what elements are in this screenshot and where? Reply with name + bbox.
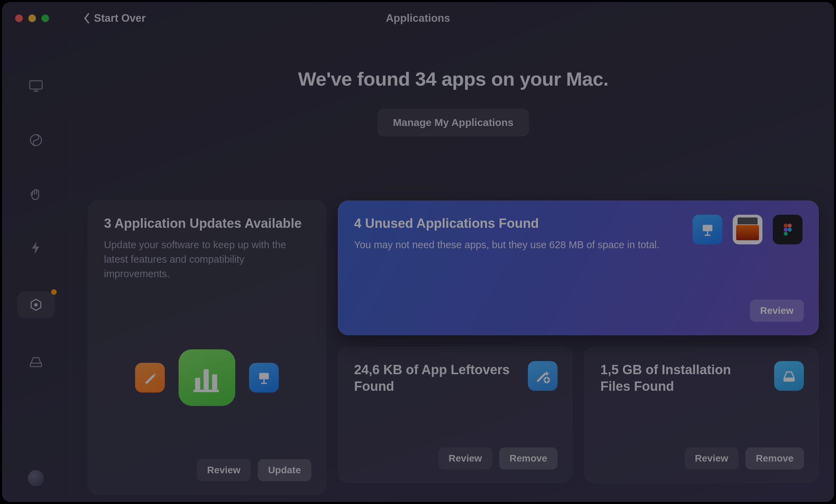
sidebar-item-junk[interactable] bbox=[26, 130, 46, 151]
card-updates: 3 Application Updates Available Update y… bbox=[88, 201, 326, 495]
svg-rect-16 bbox=[783, 378, 795, 382]
app-window: Start Over Applications We've found 34 a bbox=[2, 2, 834, 502]
back-button[interactable]: Start Over bbox=[84, 12, 146, 25]
sidebar-item-files[interactable] bbox=[26, 351, 46, 372]
magic-wand-icon bbox=[528, 361, 558, 391]
installers-review-button[interactable]: Review bbox=[685, 447, 739, 469]
sidebar-item-privacy[interactable] bbox=[26, 184, 46, 204]
svg-rect-9 bbox=[703, 225, 712, 231]
card-unused-actions: Review bbox=[750, 300, 804, 322]
card-leftovers-actions: Review Remove bbox=[438, 447, 558, 469]
card-updates-desc: Update your software to keep up with the… bbox=[104, 238, 297, 281]
svg-point-12 bbox=[783, 227, 788, 232]
svg-rect-0 bbox=[30, 81, 42, 89]
installers-remove-button[interactable]: Remove bbox=[745, 447, 804, 469]
installer-drive-icon bbox=[774, 361, 804, 391]
svg-rect-6 bbox=[212, 374, 217, 389]
svg-rect-4 bbox=[195, 378, 200, 389]
back-label: Start Over bbox=[94, 12, 146, 25]
sub-cards-row: 24,6 KB of App Leftovers Found Review Re… bbox=[338, 347, 819, 483]
window-controls bbox=[15, 14, 49, 22]
updates-review-button[interactable]: Review bbox=[197, 459, 251, 481]
card-leftovers: 24,6 KB of App Leftovers Found Review Re… bbox=[338, 347, 572, 483]
fullscreen-window-button[interactable] bbox=[41, 14, 49, 22]
card-leftovers-title: 24,6 KB of App Leftovers Found bbox=[354, 362, 516, 395]
svg-rect-3 bbox=[30, 363, 41, 367]
minimize-window-button[interactable] bbox=[28, 14, 36, 22]
keynote-thumb-icon bbox=[693, 215, 722, 244]
keynote-app-icon bbox=[249, 363, 279, 392]
bolt-icon bbox=[28, 240, 44, 255]
card-updates-title: 3 Application Updates Available bbox=[104, 215, 310, 232]
svg-rect-7 bbox=[193, 389, 219, 392]
imac-icon bbox=[28, 79, 44, 94]
svg-rect-5 bbox=[203, 369, 209, 389]
sidebar-item-speed[interactable] bbox=[26, 238, 46, 258]
hero-headline: We've found 34 apps on your Mac. bbox=[88, 68, 819, 90]
unused-review-button[interactable]: Review bbox=[750, 300, 804, 322]
figma-thumb-icon bbox=[773, 215, 802, 244]
card-unused-apps: 4 Unused Applications Found You may not … bbox=[338, 201, 819, 335]
apps-hexagon-icon bbox=[28, 297, 44, 312]
svg-point-2 bbox=[34, 303, 38, 307]
sidebar bbox=[2, 35, 70, 502]
card-installers: 1,5 GB of Installation Files Found Revie… bbox=[584, 347, 819, 483]
printer-thumb-icon bbox=[733, 215, 762, 244]
avatar[interactable] bbox=[28, 470, 44, 486]
svg-point-13 bbox=[788, 227, 792, 232]
titlebar: Start Over Applications bbox=[2, 2, 834, 35]
numbers-app-icon bbox=[179, 349, 235, 406]
cards-grid: 3 Application Updates Available Update y… bbox=[88, 201, 819, 495]
card-installers-title: 1,5 GB of Installation Files Found bbox=[600, 362, 752, 395]
main-content: We've found 34 apps on your Mac. Manage … bbox=[70, 35, 834, 502]
svg-point-10 bbox=[783, 224, 788, 228]
manage-applications-button[interactable]: Manage My Applications bbox=[378, 109, 529, 136]
leftovers-remove-button[interactable]: Remove bbox=[499, 447, 558, 469]
hand-icon bbox=[28, 186, 44, 202]
close-window-button[interactable] bbox=[15, 14, 23, 22]
pages-app-icon bbox=[135, 363, 165, 392]
sidebar-item-applications[interactable] bbox=[17, 291, 55, 318]
hero: We've found 34 apps on your Mac. Manage … bbox=[88, 68, 819, 136]
yinyang-icon bbox=[28, 133, 44, 148]
card-installers-actions: Review Remove bbox=[685, 447, 804, 469]
drive-icon bbox=[28, 354, 44, 369]
svg-rect-8 bbox=[259, 373, 269, 379]
card-updates-actions: Review Update bbox=[197, 459, 311, 481]
card-unused-desc: You may not need these apps, but they us… bbox=[354, 238, 679, 252]
sidebar-footer bbox=[2, 470, 69, 486]
chevron-left-icon bbox=[84, 13, 90, 23]
svg-point-14 bbox=[783, 232, 788, 236]
unused-thumb-row bbox=[693, 215, 802, 244]
svg-point-11 bbox=[788, 224, 792, 228]
updates-update-button[interactable]: Update bbox=[258, 459, 311, 481]
right-column: 4 Unused Applications Found You may not … bbox=[338, 201, 819, 483]
sidebar-item-mac[interactable] bbox=[26, 76, 46, 97]
leftovers-review-button[interactable]: Review bbox=[438, 447, 493, 469]
updates-icon-row bbox=[88, 349, 326, 406]
